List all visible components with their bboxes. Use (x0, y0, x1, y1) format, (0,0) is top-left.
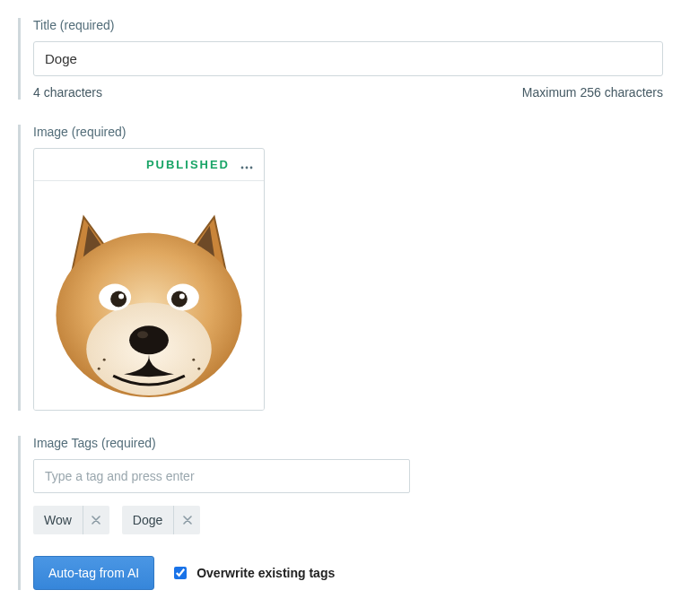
svg-point-14 (98, 368, 100, 370)
svg-point-10 (179, 294, 185, 299)
overwrite-checkbox[interactable] (174, 567, 187, 579)
svg-point-15 (192, 359, 195, 361)
tag-label: Doge (122, 506, 173, 534)
tags-row: Wow Doge (33, 506, 663, 534)
svg-point-13 (103, 359, 106, 361)
close-icon (92, 516, 100, 525)
tags-field-label: Image Tags (required) (33, 436, 663, 450)
svg-point-9 (118, 294, 124, 299)
svg-point-11 (129, 325, 169, 354)
title-field-label: Title (required) (33, 18, 663, 32)
image-field-label: Image (required) (33, 125, 663, 139)
auto-tag-button[interactable]: Auto-tag from AI (33, 556, 154, 590)
status-badge: PUBLISHED (146, 158, 230, 171)
svg-point-16 (197, 368, 200, 370)
svg-point-8 (171, 291, 188, 308)
doge-image-icon (34, 181, 264, 410)
tag-chip: Wow (33, 506, 109, 534)
more-icon[interactable] (240, 159, 253, 171)
image-preview[interactable] (34, 180, 264, 410)
svg-point-7 (110, 291, 127, 308)
image-field-block: Image (required) PUBLISHED (18, 125, 663, 411)
max-chars: Maximum 256 characters (522, 85, 663, 100)
title-input[interactable] (33, 41, 663, 76)
overwrite-label: Overwrite existing tags (196, 566, 335, 580)
svg-point-1 (246, 166, 249, 169)
svg-point-0 (241, 166, 244, 169)
tag-chip: Doge (122, 506, 200, 534)
tag-remove-button[interactable] (83, 506, 109, 534)
svg-point-2 (250, 166, 253, 169)
action-row: Auto-tag from AI Overwrite existing tags (33, 556, 663, 590)
tag-remove-button[interactable] (173, 506, 200, 534)
overwrite-checkbox-wrap[interactable]: Overwrite existing tags (170, 564, 335, 582)
tags-field-block: Image Tags (required) Wow Doge Auto-tag … (18, 436, 663, 590)
tag-input[interactable] (33, 459, 410, 493)
title-field-block: Title (required) 4 characters Maximum 25… (18, 18, 663, 100)
close-icon (183, 516, 192, 525)
image-card: PUBLISHED (33, 148, 265, 411)
title-helper-row: 4 characters Maximum 256 characters (33, 85, 663, 100)
svg-point-12 (137, 331, 148, 338)
tag-label: Wow (33, 506, 83, 534)
char-count: 4 characters (33, 85, 102, 100)
image-card-header: PUBLISHED (34, 149, 264, 180)
